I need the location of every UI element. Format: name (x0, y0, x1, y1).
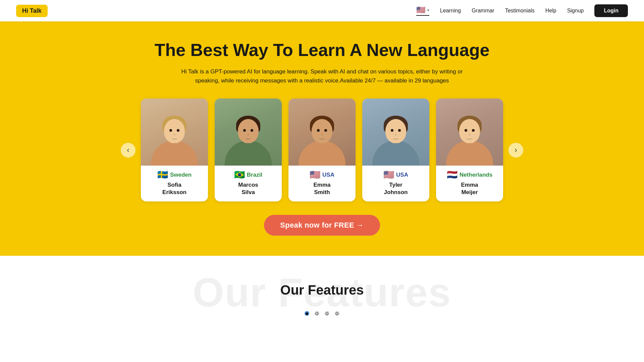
nav-help[interactable]: Help (545, 8, 556, 14)
tutor-card-emma-nl[interactable]: ▶🇳🇱NetherlandsEmma Meijer (436, 99, 503, 201)
tutor-portrait: ▶ (362, 99, 429, 166)
tutor-name: Emma Meijer (461, 181, 478, 196)
tutor-carousel: ‹ ▶🇸🇪SwedenSofia Eriksson▶🇧🇷BrazilMarcos… (0, 99, 644, 201)
nav-signup[interactable]: Signup (567, 8, 584, 14)
card-info: 🇧🇷BrazilMarcos Silva (215, 166, 282, 201)
hero-section: The Best Way To Learn A New Language Hi … (0, 0, 644, 256)
tutor-name: Emma Smith (313, 181, 330, 196)
country-name: USA (322, 172, 334, 178)
card-info: 🇺🇸USAEmma Smith (288, 166, 356, 201)
feature-icon-3[interactable]: ○ (335, 311, 339, 316)
tutor-card-emma-usa[interactable]: ▶🇺🇸USAEmma Smith (288, 99, 356, 201)
logo[interactable]: Hi Talk (16, 5, 48, 17)
next-arrow[interactable]: › (508, 143, 523, 158)
nav-learning[interactable]: Learning (440, 8, 461, 14)
tutor-portrait: ▶ (436, 99, 503, 166)
flag-icon: 🇺🇸 (416, 6, 425, 14)
tutor-portrait: ▶ (215, 99, 282, 166)
feature-icon-0[interactable]: ● (305, 311, 309, 316)
nav-grammar[interactable]: Grammar (472, 8, 494, 14)
tutor-card-sofia[interactable]: ▶🇸🇪SwedenSofia Eriksson (141, 99, 208, 201)
country-name: Sweden (170, 172, 192, 178)
card-info: 🇺🇸USATyler Johnson (362, 166, 429, 201)
features-section: Our Features Our Features ●○○○ (0, 256, 644, 362)
country-name: Brazil (247, 172, 262, 178)
hero-subtitle: Hi Talk is a GPT-powered AI for language… (174, 67, 470, 85)
language-selector[interactable]: 🇺🇸 ▾ (416, 6, 429, 16)
country-flag-icon: 🇺🇸 (383, 170, 394, 180)
hero-title: The Best Way To Learn A New Language (155, 40, 490, 60)
prev-arrow[interactable]: ‹ (121, 143, 136, 158)
tutor-name: Tyler Johnson (384, 181, 408, 196)
feature-icon-2[interactable]: ○ (325, 311, 329, 316)
navbar: Hi Talk 🇺🇸 ▾ Learning Grammar Testimonia… (0, 0, 644, 21)
features-icon-dots: ●○○○ (305, 311, 339, 316)
feature-icon-1[interactable]: ○ (315, 311, 319, 316)
login-button[interactable]: Login (594, 4, 628, 17)
tutor-portrait: ▶ (288, 99, 356, 166)
tutor-card-tyler[interactable]: ▶🇺🇸USATyler Johnson (362, 99, 429, 201)
features-title: Our Features (280, 283, 364, 298)
country-name: USA (396, 172, 408, 178)
cta-button[interactable]: Speak now for FREE → (264, 215, 380, 236)
card-info: 🇸🇪SwedenSofia Eriksson (141, 166, 208, 201)
tutor-portrait: ▶ (141, 99, 208, 166)
tutor-name: Marcos Silva (238, 181, 258, 196)
nav-links: 🇺🇸 ▾ Learning Grammar Testimonials Help … (416, 4, 628, 17)
tutor-name: Sofia Eriksson (162, 181, 186, 196)
country-flag-icon: 🇳🇱 (447, 170, 458, 180)
country-flag-icon: 🇺🇸 (310, 170, 320, 180)
country-flag-icon: 🇧🇷 (234, 170, 245, 180)
tutor-cards: ▶🇸🇪SwedenSofia Eriksson▶🇧🇷BrazilMarcos S… (141, 99, 503, 201)
chevron-down-icon: ▾ (427, 8, 429, 12)
nav-testimonials[interactable]: Testimonials (505, 8, 535, 14)
country-name: Netherlands (460, 172, 492, 178)
country-flag-icon: 🇸🇪 (157, 170, 168, 180)
card-info: 🇳🇱NetherlandsEmma Meijer (436, 166, 503, 201)
tutor-card-marcos[interactable]: ▶🇧🇷BrazilMarcos Silva (215, 99, 282, 201)
